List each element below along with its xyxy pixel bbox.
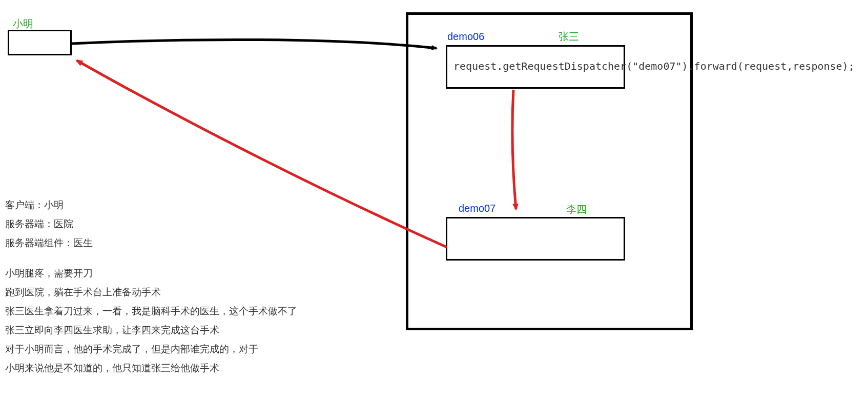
desc-line-2: 服务器端：医院 xyxy=(5,219,297,229)
arrow-client-to-demo06 xyxy=(72,39,437,48)
desc-line-7: 张三立即向李四医生求助，让李四来完成这台手术 xyxy=(5,325,297,335)
dispatcher-code-text: request.getRequestDispatcher("demo07").f… xyxy=(453,60,855,72)
description-block: 客户端：小明 服务器端：医院 服务器端组件：医生 小明腿疼，需要开刀 跑到医院，… xyxy=(5,200,297,382)
demo07-person-label: 李四 xyxy=(566,203,587,216)
demo07-box xyxy=(446,217,625,261)
desc-line-6: 张三医生拿着刀过来，一看，我是脑科手术的医生，这个手术做不了 xyxy=(5,306,297,316)
desc-line-9: 小明来说他是不知道的，他只知道张三给他做手术 xyxy=(5,363,297,373)
demo06-person-label: 张三 xyxy=(559,30,579,44)
desc-line-1: 客户端：小明 xyxy=(5,200,297,210)
desc-line-8: 对于小明而言，他的手术完成了，但是内部谁完成的，对于 xyxy=(5,344,297,354)
demo07-name-label: demo07 xyxy=(459,203,495,214)
client-label: 小明 xyxy=(13,17,33,31)
desc-line-3: 服务器端组件：医生 xyxy=(5,238,297,248)
demo06-name-label: demo06 xyxy=(447,31,484,43)
desc-line-4: 小明腿疼，需要开刀 xyxy=(5,268,297,278)
desc-line-5: 跑到医院，躺在手术台上准备动手术 xyxy=(5,287,297,297)
client-box xyxy=(8,30,72,55)
